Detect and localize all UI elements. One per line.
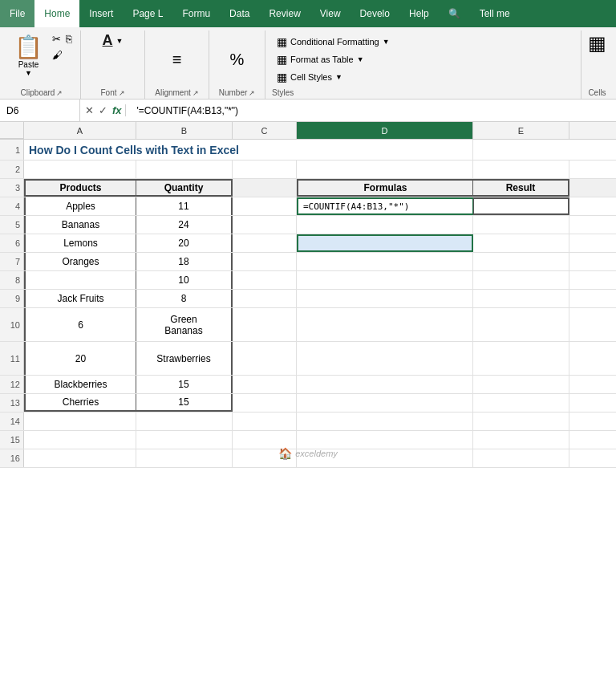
row-num-2[interactable]: 2 [0, 161, 24, 178]
cell-d3[interactable]: Formulas [297, 179, 473, 197]
menu-view[interactable]: View [310, 0, 351, 27]
cell-b2[interactable] [136, 161, 233, 178]
col-header-d[interactable]: D [297, 122, 473, 139]
font-expand[interactable]: ↗ [119, 89, 125, 97]
cell-b5[interactable]: 24 [136, 216, 233, 234]
cell-e12[interactable] [473, 376, 569, 393]
formula-input[interactable]: '=COUNTIF(A4:B13,"*") [134, 105, 616, 116]
cell-b10[interactable]: Green Bananas [136, 308, 233, 341]
cell-e10[interactable] [473, 308, 569, 341]
alignment-expand[interactable]: ↗ [192, 89, 199, 97]
cell-d10[interactable] [297, 308, 473, 341]
cell-d14[interactable] [297, 413, 473, 430]
cell-c9[interactable] [233, 290, 297, 307]
row-num-3[interactable]: 3 [0, 179, 24, 197]
cell-c8[interactable] [233, 271, 297, 289]
number-expand[interactable]: ↗ [249, 89, 255, 97]
cell-a10[interactable]: 6 [24, 308, 136, 341]
cell-d7[interactable] [297, 253, 473, 270]
cell-d15[interactable] [297, 431, 473, 449]
cell-b9[interactable]: 8 [136, 290, 233, 307]
cell-c7[interactable] [233, 253, 297, 270]
cell-d12[interactable] [297, 376, 473, 393]
menu-formulas[interactable]: Formu [172, 0, 220, 27]
cell-c6[interactable] [233, 234, 297, 252]
fx-icon[interactable]: fx [112, 104, 126, 116]
cell-d13[interactable] [297, 394, 473, 412]
cell-d4[interactable]: =COUNTIF(A4:B13,"*") [297, 197, 473, 215]
row-num-16[interactable]: 16 [0, 449, 24, 467]
row-num-1[interactable]: 1 [0, 140, 24, 160]
alignment-button[interactable]: ≡ [172, 51, 182, 69]
cell-a5[interactable]: Bananas [24, 216, 136, 234]
row-num-13[interactable]: 13 [0, 394, 24, 412]
cell-b6[interactable]: 20 [136, 234, 233, 252]
menu-help[interactable]: Help [399, 0, 439, 27]
cell-a9[interactable]: Jack Fruits [24, 290, 136, 307]
row-num-8[interactable]: 8 [0, 271, 24, 289]
row-num-15[interactable]: 15 [0, 431, 24, 449]
cell-e9[interactable] [473, 290, 569, 307]
cell-b8[interactable]: 10 [136, 271, 233, 289]
cell-b4[interactable]: 11 [136, 197, 233, 215]
cell-c3[interactable] [233, 179, 297, 197]
cell-e13[interactable] [473, 394, 569, 412]
row-num-5[interactable]: 5 [0, 216, 24, 234]
cell-d8[interactable] [297, 271, 473, 289]
cell-e2[interactable] [473, 161, 569, 178]
font-button[interactable]: A ▼ [103, 32, 124, 49]
menu-search-icon[interactable]: 🔍 [439, 0, 470, 27]
col-header-e[interactable]: E [473, 122, 569, 139]
cell-e16[interactable] [473, 449, 569, 467]
menu-insert[interactable]: Insert [79, 0, 123, 27]
cell-b11[interactable]: Strawberries [136, 342, 233, 375]
paste-button[interactable]: 📋 Paste ▼ [10, 32, 47, 79]
cell-e11[interactable] [473, 342, 569, 375]
cell-d9[interactable] [297, 290, 473, 307]
col-header-c[interactable]: C [233, 122, 297, 139]
cell-e3[interactable]: Result [473, 179, 569, 197]
format-as-table-dropdown[interactable]: ▼ [357, 55, 364, 63]
menu-tell-me[interactable]: Tell me [470, 0, 520, 27]
cell-a16[interactable] [24, 449, 136, 467]
cell-a1[interactable]: How Do I Count Cells with Text in Excel [24, 140, 473, 160]
number-button[interactable]: % [230, 51, 245, 69]
cancel-formula-icon[interactable]: ✕ [85, 104, 94, 116]
cell-b12[interactable]: 15 [136, 376, 233, 393]
conditional-formatting-dropdown[interactable]: ▼ [383, 38, 390, 46]
row-num-6[interactable]: 6 [0, 234, 24, 252]
cell-a12[interactable]: Blackberries [24, 376, 136, 393]
menu-review[interactable]: Review [259, 0, 310, 27]
cell-styles-dropdown[interactable]: ▼ [335, 73, 342, 81]
row-num-9[interactable]: 9 [0, 290, 24, 307]
cell-d11[interactable] [297, 342, 473, 375]
cell-b7[interactable]: 18 [136, 253, 233, 270]
cell-c14[interactable] [233, 413, 297, 430]
row-num-11[interactable]: 11 [0, 342, 24, 375]
cell-a13[interactable]: Cherries [24, 394, 136, 412]
menu-developer[interactable]: Develo [351, 0, 399, 27]
font-dropdown[interactable]: ▼ [116, 37, 124, 45]
col-header-b[interactable]: B [136, 122, 233, 139]
cell-b13[interactable]: 15 [136, 394, 233, 412]
conditional-formatting-button[interactable]: ▦ Conditional Formatting ▼ [272, 34, 395, 50]
name-box[interactable]: D6 [0, 100, 80, 121]
row-num-10[interactable]: 10 [0, 308, 24, 341]
cells-button[interactable]: ▦ [588, 32, 606, 55]
clipboard-expand[interactable]: ↗ [56, 89, 63, 97]
cell-e15[interactable] [473, 431, 569, 449]
col-header-a[interactable]: A [24, 122, 136, 139]
menu-home[interactable]: Home [34, 0, 79, 27]
cell-e5[interactable] [473, 216, 569, 234]
row-num-14[interactable]: 14 [0, 413, 24, 430]
cell-d6[interactable] [297, 234, 473, 252]
cell-a8[interactable] [24, 271, 136, 289]
cell-c10[interactable] [233, 308, 297, 341]
format-painter-button[interactable]: 🖌 [51, 48, 64, 63]
cell-c15[interactable] [233, 431, 297, 449]
cell-c12[interactable] [233, 376, 297, 393]
cell-a3[interactable]: Products [24, 179, 136, 197]
format-as-table-button[interactable]: ▦ Format as Table ▼ [272, 51, 369, 67]
cell-e8[interactable] [473, 271, 569, 289]
cell-c5[interactable] [233, 216, 297, 234]
